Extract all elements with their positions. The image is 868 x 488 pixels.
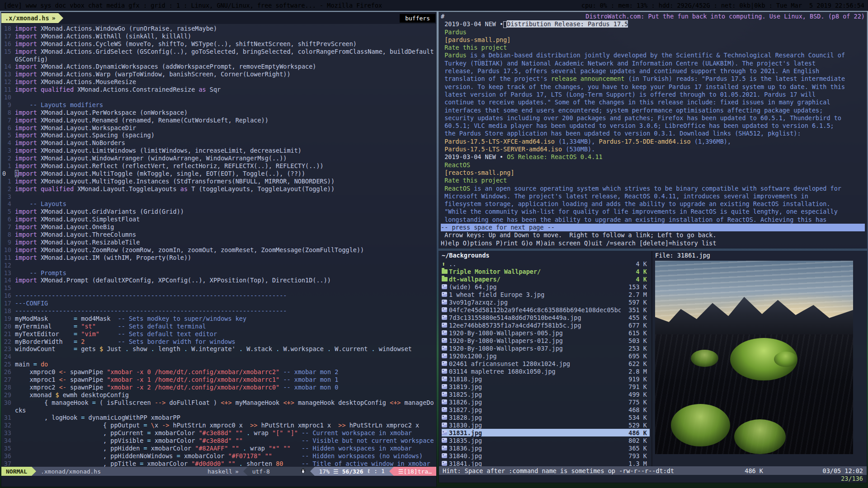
vim-line[interactable]: 5import XMonad.Layout.Spacing (spacing) bbox=[1, 131, 436, 139]
file-row[interactable]: dt-wallpapers/4 K bbox=[442, 275, 650, 283]
file-row[interactable]: 31840.jpg793 K bbox=[442, 452, 650, 460]
file-row[interactable]: 31827.jpg468 K bbox=[442, 406, 650, 413]
file-row[interactable]: 1920-By-1080-Wallpapers-012.jpg503 K bbox=[442, 337, 650, 344]
w3m-page-body[interactable]: 2019-03-04 NEW • Distribution Release: P… bbox=[441, 20, 865, 247]
file-row[interactable]: 02461_africansunset_1280x1024.jpg622 K bbox=[442, 360, 650, 367]
file-row[interactable]: 1 wheat field Europe 3.jpg2.7 M bbox=[442, 291, 650, 298]
vim-line[interactable]: GSConfig) bbox=[1, 56, 436, 63]
workspace-list[interactable]: [dev] www sys doc vbox chat media gfx : … bbox=[4, 2, 382, 9]
vifm-window[interactable]: ~/Backgrounds ⬆..4 KTriple Monitor Wallp… bbox=[439, 251, 867, 483]
vim-line[interactable]: 3 bbox=[1, 193, 436, 201]
file-row[interactable]: 31826.jpg775 K bbox=[442, 398, 650, 406]
link[interactable]: Pardus bbox=[441, 28, 467, 36]
vim-window[interactable]: .x/xmonad.hs » buffers 18import XMonad.A… bbox=[1, 12, 436, 487]
vim-line[interactable]: 23windowCount = gets $ Just . show . len… bbox=[1, 345, 436, 353]
vim-line[interactable]: 2import XMonad.Layout.WindowArranger (wi… bbox=[1, 155, 436, 162]
file-row[interactable]: (wide) 64.jpg153 K bbox=[442, 283, 650, 291]
vim-line[interactable]: 36 , ppHiddenNoWindows = xmobarColor "#F… bbox=[1, 452, 436, 460]
link[interactable]: Rate this project bbox=[441, 177, 507, 184]
vim-tab[interactable]: .x/xmonad.hs » bbox=[1, 13, 58, 23]
vim-line[interactable]: 13 -- Prompts bbox=[1, 269, 436, 277]
selected-link[interactable]: Distribution Release: Pardus 17.5 bbox=[507, 20, 628, 28]
file-row[interactable]: 1920-By-1080-Wallpapers-005.jpg615 K bbox=[442, 329, 650, 337]
vim-line[interactable]: 7import XMonad.Layout.OneBig bbox=[1, 223, 436, 231]
vim-line[interactable]: 13import XMonad.Actions.Warp (warpToWind… bbox=[1, 70, 436, 78]
vim-line[interactable]: 17---CONFIG bbox=[1, 300, 436, 307]
file-row[interactable]: 7d3c13155880e514a8d6d70510be449a.jpg455 … bbox=[442, 314, 650, 321]
vim-line[interactable]: 33 , ppCurrent = xmobarColor "#c3e88d" "… bbox=[1, 429, 436, 437]
vim-line[interactable]: 9import XMonad.Layout.ResizableTile bbox=[1, 239, 436, 246]
vim-line[interactable]: 17import XMonad.Actions.WithAll (sinkAll… bbox=[1, 33, 436, 40]
vim-line[interactable]: 21myTextEditor = "vim" -- Sets default t… bbox=[1, 330, 436, 338]
vim-line[interactable]: 37 , ppTitle = xmobarColor "#d0d0d0" "" … bbox=[1, 460, 436, 467]
vim-line[interactable]: 28 xmproc2 <- spawnPipe "xmobar -x 2 /ho… bbox=[1, 384, 436, 391]
link[interactable]: ReactOS bbox=[441, 185, 470, 192]
file-row[interactable]: 31818.jpg919 K bbox=[442, 375, 650, 383]
vim-line[interactable]: 7import XMonad.Layout.Renamed (renamed, … bbox=[1, 117, 436, 124]
vim-line[interactable]: 11import qualified XMonad.Actions.Constr… bbox=[1, 86, 436, 94]
vim-line[interactable]: 9 -- Layouts modifiers bbox=[1, 101, 436, 109]
link[interactable]: Pardus bbox=[441, 52, 467, 59]
link[interactable]: release announcement bbox=[551, 75, 625, 82]
link[interactable]: ReactOS bbox=[441, 161, 470, 169]
file-row[interactable]: 31836.jpg365 K bbox=[442, 444, 650, 452]
w3m-browser-window[interactable]: # DistroWatch.com: Put the fun back into… bbox=[439, 12, 867, 248]
vim-line[interactable]: 16import XMonad.Actions.CycleWS (moveTo,… bbox=[1, 40, 436, 48]
vim-line[interactable]: 15import XMonad.Actions.GridSelect (GSCo… bbox=[1, 48, 436, 56]
vim-line[interactable]: 24 bbox=[1, 353, 436, 361]
vim-line[interactable]: 20myTerminal = "st" -- Sets default term… bbox=[1, 323, 436, 330]
file-row[interactable]: 1920x1200.jpg695 K bbox=[442, 352, 650, 360]
vim-line[interactable]: 1import XMonad.Layout.Reflect (reflectVe… bbox=[1, 162, 436, 170]
vim-line[interactable]: cks bbox=[1, 407, 436, 414]
vim-line[interactable]: 6import XMonad.Layout.SimplestFloat bbox=[1, 216, 436, 223]
vim-line[interactable]: 8import XMonad.Layout.PerWorkspace (onWo… bbox=[1, 109, 436, 117]
file-row[interactable]: 04fc7e45d58112b2a9fe446c8c635886b694e108… bbox=[442, 306, 650, 314]
vim-line[interactable]: 32 { ppOutput = \x -> hPutStrLn xmproc0 … bbox=[1, 422, 436, 429]
vim-line[interactable]: 14import XMonad.Actions.DynamicWorkspace… bbox=[1, 63, 436, 70]
vim-line[interactable]: 6import XMonad.Layout.WorkspaceDir bbox=[1, 124, 436, 132]
vim-line[interactable]: 18--------------------------------------… bbox=[1, 307, 436, 315]
file-list[interactable]: ⬆..4 KTriple Monitor Wallpaper/4 Kdt-wal… bbox=[442, 260, 650, 466]
vim-line[interactable]: 12 bbox=[1, 262, 436, 269]
file-row[interactable]: 3vo91g7azxqz.jpg597 K bbox=[442, 298, 650, 306]
vim-line[interactable]: 16--------------------------------------… bbox=[1, 292, 436, 300]
vim-line[interactable]: 14import XMonad.Prompt (defaultXPConfig,… bbox=[1, 277, 436, 284]
vim-line[interactable]: 3import XMonad.Layout.LimitWindows (limi… bbox=[1, 147, 436, 155]
file-row[interactable]: 1920-By-1080-Wallpapers-037.jpg253 K bbox=[442, 344, 650, 352]
vim-line[interactable]: 35 , ppHidden = xmobarColor "#82AAFF" ""… bbox=[1, 445, 436, 452]
vim-line[interactable]: 19myModMask = mod4Mask -- Sets modkey to… bbox=[1, 315, 436, 323]
file-row[interactable]: 31831.jpg486 K bbox=[442, 429, 650, 436]
file-row[interactable]: 31830.jpg529 K bbox=[442, 421, 650, 429]
vim-editor-content[interactable]: 18import XMonad.Actions.WindowGo (runOrR… bbox=[1, 24, 436, 467]
file-row[interactable]: Triple Monitor Wallpaper/4 K bbox=[442, 267, 650, 275]
file-row[interactable]: 31841.jpg1.3 M bbox=[442, 460, 650, 466]
vim-line[interactable]: 30 { manageHook = ( isFullscreen --> doF… bbox=[1, 399, 436, 407]
vim-line[interactable]: 34 , ppVisible = xmobarColor "#c3e88d" "… bbox=[1, 437, 436, 445]
vim-line[interactable]: 0import XMonad.Layout.MultiToggle (mkTog… bbox=[1, 170, 436, 178]
vim-line[interactable]: 5import XMonad.Layout.GridVariants (Grid… bbox=[1, 208, 436, 216]
vim-line[interactable]: 1import XMonad.Layout.MultiToggle.Instan… bbox=[1, 178, 436, 185]
vim-line[interactable]: 29 xmonad $ ewmh desktopConfig bbox=[1, 391, 436, 399]
vim-line[interactable]: 18import XMonad.Actions.WindowGo (runOrR… bbox=[1, 25, 436, 33]
vim-line[interactable]: 27 xmproc1 <- spawnPipe "xmobar -x 1 /ho… bbox=[1, 376, 436, 384]
vim-line[interactable]: 11import XMonad.Layout.IM (withIM, Prope… bbox=[1, 254, 436, 262]
vim-line[interactable]: 10 bbox=[1, 94, 436, 101]
vim-line[interactable]: 2import qualified XMonad.Layout.ToggleLa… bbox=[1, 185, 436, 193]
vim-line[interactable]: 4import XMonad.Layout.NoBorders bbox=[1, 139, 436, 147]
file-row[interactable]: 31835.jpg802 K bbox=[442, 436, 650, 444]
file-row[interactable]: 12ee746bb85735f1a7a4cd4d7f581b5c.jpg677 … bbox=[442, 321, 650, 329]
file-row[interactable]: 31825.jpg499 K bbox=[442, 390, 650, 398]
file-row[interactable]: 31819.jpg791 K bbox=[442, 383, 650, 390]
vim-line[interactable]: 10import XMonad.Layout.ZoomRow (zoomRow,… bbox=[1, 246, 436, 254]
vim-line[interactable]: 25main = do bbox=[1, 361, 436, 368]
file-row[interactable]: 03114_mapletree_1680x1050.jpg2.8 M bbox=[442, 367, 650, 375]
vim-line[interactable]: 26 xmproc0 <- spawnPipe "xmobar -x 0 /ho… bbox=[1, 368, 436, 376]
vim-line[interactable]: 8import XMonad.Layout.ThreeColumns bbox=[1, 231, 436, 239]
vim-line[interactable]: 31 , logHook = dynamicLogWithPP xmobarPP bbox=[1, 414, 436, 422]
vim-line[interactable]: 4 -- Layouts bbox=[1, 200, 436, 208]
file-row[interactable]: 31828.jpg534 K bbox=[442, 413, 650, 421]
vim-commandline[interactable] bbox=[1, 476, 436, 487]
link[interactable]: Rate this project bbox=[441, 44, 507, 51]
vim-line[interactable]: 22myBorderWidth = 2 -- Sets border width… bbox=[1, 338, 436, 346]
vim-line[interactable]: 12import XMonad.Actions.MouseResize bbox=[1, 78, 436, 86]
